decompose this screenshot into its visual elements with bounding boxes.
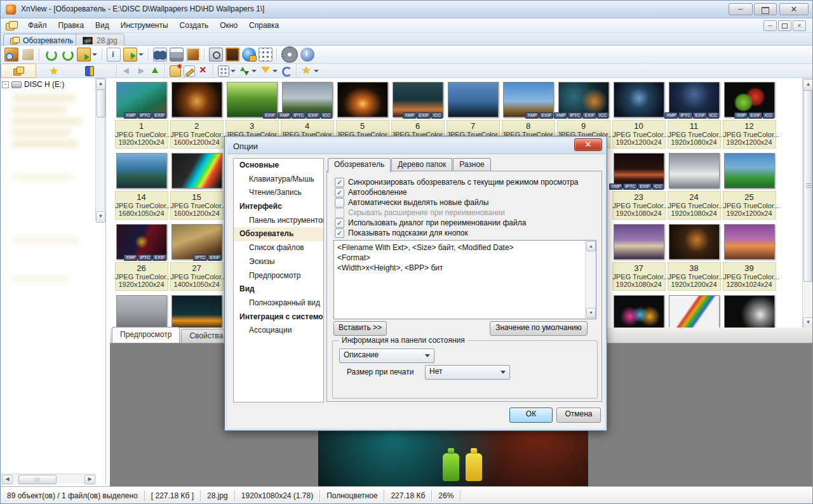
bottom-tab-1[interactable]: Предпросмотр xyxy=(112,327,180,343)
dialog-tree-item[interactable]: Полноэкранный вид xyxy=(234,296,323,310)
filter-icon[interactable] xyxy=(260,65,271,77)
thumbnail-cell[interactable]: 25JPEG TrueColor...1920x1200x24 xyxy=(722,153,777,220)
wallpaper-icon[interactable] xyxy=(225,48,239,62)
rotate-left-icon[interactable] xyxy=(44,48,58,62)
menu-item[interactable]: Инструменты xyxy=(115,19,174,32)
checkbox[interactable]: ✓ xyxy=(335,229,344,238)
tree-expander-icon[interactable]: − xyxy=(2,81,9,88)
convert-icon[interactable] xyxy=(77,48,91,62)
mdi-restore-button[interactable] xyxy=(778,20,791,31)
tree-root-item[interactable]: − DISC H (E:) xyxy=(2,80,64,89)
mdi-close-button[interactable]: × xyxy=(793,20,806,31)
thumbnail-cell[interactable]: 24JPEG TrueColor...1920x1080x24 xyxy=(666,153,722,220)
menu-item[interactable]: Файл xyxy=(22,19,53,32)
print-icon[interactable] xyxy=(170,48,184,62)
menu-item[interactable]: Вид xyxy=(90,19,115,32)
close-button[interactable]: ✕ xyxy=(779,3,809,15)
dialog-tree-item[interactable]: Клавиатура/Мышь xyxy=(234,173,323,187)
menu-item[interactable]: Создать xyxy=(174,19,215,32)
favorites-icon[interactable] xyxy=(301,65,312,77)
dialog-tree-item[interactable]: Список файлов xyxy=(234,241,323,255)
forward-icon[interactable] xyxy=(135,65,147,77)
view-mode-icon[interactable] xyxy=(218,65,229,77)
open-with-dropdown-caret[interactable] xyxy=(138,53,144,56)
scroll-down-arrow[interactable]: ▼ xyxy=(586,308,596,318)
browser-mode-icon[interactable] xyxy=(4,48,18,62)
thumbnail-cell[interactable]: IPTCEXIF27JPEG TrueColor...1400x1050x24 xyxy=(169,224,224,291)
tree-vertical-scrollbar[interactable]: ▲ ▼ xyxy=(95,78,105,221)
description-dropdown[interactable]: Описание xyxy=(339,348,434,363)
thumbnail-cell[interactable]: 15JPEG TrueColor...1600x1200x24 xyxy=(169,153,224,220)
checkbox[interactable] xyxy=(335,198,344,208)
options-dialog[interactable]: Опции ✕ ОсновныеКлавиатура/МышьЧтение/За… xyxy=(224,136,607,431)
dialog-title-bar[interactable]: Опции xyxy=(227,139,605,154)
categories-pane-button[interactable] xyxy=(72,63,107,78)
convert-dropdown-caret[interactable] xyxy=(92,53,97,56)
settings-icon[interactable] xyxy=(281,46,298,63)
dialog-tree-item[interactable]: Интеграция с системой xyxy=(234,310,323,324)
checkbox[interactable]: ✓ xyxy=(335,218,344,228)
rotate-right-icon[interactable] xyxy=(60,48,74,62)
dialog-tree-item[interactable]: Предпросмотр xyxy=(234,269,323,283)
scroll-up-arrow[interactable]: ▲ xyxy=(803,79,813,91)
print-size-dropdown[interactable]: Нет xyxy=(425,365,510,380)
dialog-tab[interactable]: Разное xyxy=(453,158,491,171)
properties-icon[interactable] xyxy=(107,48,121,62)
sort-icon[interactable] xyxy=(239,65,250,77)
slideshow-icon[interactable] xyxy=(186,48,200,62)
favorites-caret[interactable] xyxy=(314,70,319,72)
contact-sheet-icon[interactable] xyxy=(259,48,272,62)
menu-item[interactable]: Справка xyxy=(243,19,285,32)
cancel-button[interactable]: Отмена xyxy=(556,408,601,423)
menu-item[interactable]: Окно xyxy=(214,19,243,32)
thumbnail-cell[interactable] xyxy=(666,295,722,328)
dialog-tree-item[interactable]: Интерфейс xyxy=(234,200,323,214)
tab-image-28jpg[interactable]: 28.jpg xyxy=(76,34,124,46)
thumbnail-cell[interactable] xyxy=(169,295,224,328)
thumbnail-cell[interactable]: 39JPEG TrueColor...1280x1024x24 xyxy=(722,224,777,291)
dialog-tab[interactable]: Обозреватель xyxy=(328,158,391,173)
scrollbar-thumb[interactable]: ||| xyxy=(18,475,57,484)
status-template-textarea[interactable]: <Filename With Ext>, <Size> байт, <Modif… xyxy=(333,240,596,319)
default-value-button[interactable]: Значение по умолчанию xyxy=(490,321,588,336)
search-icon[interactable] xyxy=(153,48,167,62)
capture-icon[interactable] xyxy=(209,48,223,62)
up-level-icon[interactable] xyxy=(149,65,161,77)
thumbnail-cell[interactable]: XMPIPTCEXIFICC11JPEG TrueColor...1920x10… xyxy=(666,82,722,149)
scroll-right-arrow[interactable]: ▶ xyxy=(84,475,95,484)
browser-vertical-scrollbar[interactable]: ▲ ▼ xyxy=(802,78,813,328)
dialog-tree-item[interactable]: Вид xyxy=(234,282,323,296)
about-icon[interactable] xyxy=(300,48,314,62)
insert-button[interactable]: Вставить >> xyxy=(333,321,387,336)
thumbnail-cell[interactable]: 14JPEG TrueColor...1680x1050x24 xyxy=(114,153,169,220)
title-bar[interactable]: XnView - [Обозреватель - E:\DISC D\Wallp… xyxy=(1,1,813,18)
new-folder-icon[interactable] xyxy=(170,65,181,77)
refresh-icon[interactable] xyxy=(281,65,292,77)
maximize-button[interactable] xyxy=(754,3,777,15)
thumbnail-cell[interactable]: XMPIPTCEXIF26JPEG TrueColor...1920x1200x… xyxy=(114,224,169,291)
tree-horizontal-scrollbar[interactable]: ◀ ||| ▶ xyxy=(1,474,96,484)
dialog-tree-item[interactable]: Чтение/Запись xyxy=(234,186,323,200)
scrollbar-thumb[interactable] xyxy=(803,90,812,282)
thumbnail-cell[interactable] xyxy=(611,295,666,328)
dialog-tree-item[interactable]: Основные xyxy=(234,159,323,173)
thumbnail-cell[interactable]: XMPEXIFICC12JPEG TrueColor...1920x1200x2… xyxy=(722,82,777,149)
thumbnail-cell[interactable] xyxy=(114,295,169,328)
scroll-up-arrow[interactable]: ▲ xyxy=(96,79,105,90)
minimize-button[interactable]: ─ xyxy=(729,3,753,15)
thumbnail-cell[interactable] xyxy=(722,295,777,328)
thumbnail-cell[interactable]: 37JPEG TrueColor...1920x1080x24 xyxy=(611,224,666,291)
rename-icon[interactable] xyxy=(184,65,195,77)
mdi-minimize-button[interactable]: ─ xyxy=(763,20,777,31)
delete-icon[interactable] xyxy=(198,65,209,77)
dialog-tab[interactable]: Дерево папок xyxy=(391,158,452,171)
dialog-tree-item[interactable]: Обозреватель xyxy=(234,227,323,241)
ok-button[interactable]: ОК xyxy=(509,408,553,423)
sort-caret[interactable] xyxy=(252,70,257,72)
textarea-scrollbar[interactable]: ▲ ▼ xyxy=(585,241,596,319)
scroll-up-arrow[interactable]: ▲ xyxy=(586,241,596,251)
scroll-left-arrow[interactable]: ◀ xyxy=(2,475,13,484)
thumbnail-cell[interactable]: 38JPEG TrueColor...1920x1200x24 xyxy=(666,224,722,291)
folder-tree-pane-button[interactable] xyxy=(1,63,36,78)
thumbnail-cell[interactable]: 10JPEG TrueColor...1920x1200x24 xyxy=(611,82,666,149)
